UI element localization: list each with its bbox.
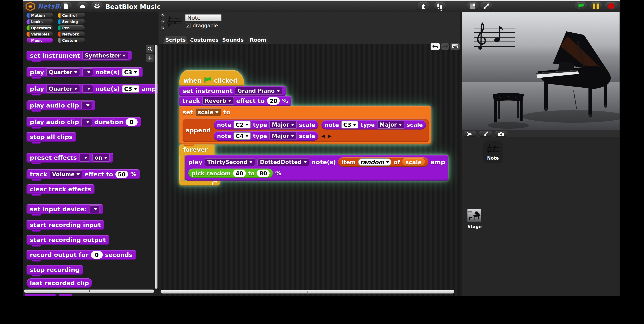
- note-sprite-on-stage[interactable]: [474, 20, 515, 56]
- script-stack[interactable]: when clicked set instrument Grand Piano …: [179, 70, 448, 186]
- duration-dropdown[interactable]: ThirtySecond: [205, 158, 255, 166]
- block-pick-random[interactable]: pick random 40 to 80: [188, 169, 273, 178]
- tab-costumes[interactable]: Costumes: [189, 36, 219, 44]
- effect-dropdown[interactable]: [79, 154, 90, 162]
- rotate-style-flip-button[interactable]: ↔: [160, 19, 165, 24]
- settings-menu-button[interactable]: [91, 2, 103, 10]
- category-network[interactable]: Network: [58, 32, 85, 37]
- pause-button[interactable]: [590, 2, 602, 10]
- palette-vertical-scrollbar[interactable]: [155, 45, 158, 289]
- modifier-dropdown[interactable]: DottedDotted: [257, 158, 309, 166]
- block-last-recorded-clip[interactable]: last recorded clip: [26, 278, 92, 288]
- clip-dropdown[interactable]: [81, 118, 92, 126]
- cloud-menu-button[interactable]: [77, 2, 88, 10]
- type-dropdown[interactable]: Major: [269, 132, 297, 140]
- on-off-dropdown[interactable]: on: [92, 154, 110, 162]
- percent-input[interactable]: 50: [116, 171, 128, 178]
- rotate-style-none-button[interactable]: →: [160, 26, 165, 31]
- min-input[interactable]: 40: [233, 170, 246, 177]
- note-dropdown[interactable]: C3: [122, 69, 139, 76]
- block-track-effect-script[interactable]: track Reverb effect to 20 %: [179, 96, 291, 106]
- category-motion[interactable]: Motion: [26, 13, 53, 18]
- sprite-card-note[interactable]: Note: [484, 141, 502, 162]
- hat-when-flag-clicked[interactable]: when clicked: [179, 70, 244, 86]
- instrument-dropdown[interactable]: Synthesizer: [82, 52, 128, 60]
- block-stop-recording[interactable]: stop recording: [26, 265, 83, 275]
- variable-scale[interactable]: scale: [402, 158, 425, 166]
- stage-layout-button[interactable]: [467, 2, 478, 10]
- percent-input[interactable]: 20: [267, 97, 280, 105]
- sprite-name-input[interactable]: Note: [185, 14, 222, 21]
- stage-thumbnail[interactable]: [468, 209, 481, 222]
- green-flag-button[interactable]: [574, 2, 587, 10]
- type-dropdown[interactable]: Major: [377, 121, 404, 129]
- type-dropdown[interactable]: Major: [269, 121, 297, 129]
- block-forever[interactable]: forever play ThirtySecond DottedDotted n…: [179, 144, 448, 186]
- note-dropdown[interactable]: C3: [341, 121, 358, 128]
- effect-type-dropdown[interactable]: Volume: [50, 171, 82, 178]
- duration-dropdown[interactable]: Quarter: [46, 85, 80, 93]
- category-custom[interactable]: Custom: [58, 38, 85, 43]
- block-note-c2[interactable]: note C2 type Major scale: [214, 120, 318, 129]
- block-set-instrument[interactable]: set instrument Synthesizer: [26, 51, 132, 61]
- duration-input[interactable]: 0: [126, 118, 138, 126]
- variadic-arrows[interactable]: ◀ ▶: [322, 133, 332, 139]
- block-track-effect[interactable]: track Volume effect to 50 %: [26, 169, 140, 179]
- max-input[interactable]: 80: [257, 170, 270, 177]
- palette-search-button[interactable]: [146, 45, 154, 53]
- block-set-instrument-script[interactable]: set instrument Grand Piano: [179, 86, 286, 96]
- block-note-c3[interactable]: note C3 type Major scale: [322, 120, 426, 129]
- category-looks[interactable]: Looks: [26, 19, 53, 24]
- camera-sprite-button[interactable]: [495, 131, 508, 137]
- block-append[interactable]: append note C2 type Major scale: [182, 118, 429, 142]
- draggable-checkbox[interactable]: [186, 23, 191, 28]
- clip-dropdown[interactable]: [81, 101, 92, 109]
- netsblox-logo-icon[interactable]: [25, 2, 36, 11]
- category-sensing[interactable]: Sensing: [58, 19, 85, 24]
- new-turtle-sprite-button[interactable]: [463, 131, 476, 137]
- index-dropdown[interactable]: random: [358, 158, 392, 166]
- block-start-recording-output[interactable]: start recording output: [26, 235, 109, 245]
- block-preset-effects[interactable]: preset effects on: [26, 153, 113, 163]
- unified-palette-button[interactable]: [418, 2, 430, 10]
- block-note-c4[interactable]: note C4 type Major scale: [214, 131, 318, 141]
- duration-dropdown[interactable]: Quarter: [46, 68, 80, 76]
- seconds-input[interactable]: 0: [91, 251, 103, 259]
- rotate-style-free-button[interactable]: ↻: [160, 13, 165, 18]
- block-play-note[interactable]: play Quarter note(s) C3: [26, 67, 142, 77]
- modifier-dropdown[interactable]: [82, 68, 93, 76]
- block-clear-track-effects[interactable]: clear track effects: [26, 184, 94, 194]
- tab-room[interactable]: Room: [246, 36, 269, 44]
- block-play-note-amp[interactable]: play Quarter note(s) C3 amp: [26, 84, 158, 94]
- note-dropdown[interactable]: C3: [122, 85, 139, 93]
- effect-type-dropdown[interactable]: Reverb: [202, 97, 234, 105]
- keyboard-entry-button[interactable]: [450, 43, 460, 50]
- category-music[interactable]: Music: [26, 38, 53, 43]
- tab-sounds[interactable]: Sounds: [220, 36, 245, 44]
- block-stop-all-clips[interactable]: stop all clips: [26, 132, 76, 142]
- palette-horizontal-scrollbar[interactable]: [24, 289, 154, 293]
- block-set-variable[interactable]: set scale to append note C2 type: [179, 106, 431, 144]
- alerts-button[interactable]: [434, 2, 446, 10]
- block-start-recording-input[interactable]: start recording input: [26, 220, 104, 230]
- block-play-audio-clip[interactable]: play audio clip: [26, 100, 95, 110]
- category-variables[interactable]: Variables: [26, 32, 53, 37]
- tab-scripts[interactable]: Scripts: [163, 36, 188, 44]
- script-canvas[interactable]: when clicked set instrument Grand Piano …: [158, 44, 460, 296]
- device-dropdown[interactable]: [89, 205, 100, 213]
- category-operators[interactable]: Operators: [26, 25, 53, 31]
- block-record-output-for[interactable]: record output for 0 seconds: [26, 250, 136, 260]
- block-set-input-device[interactable]: set input device:: [26, 204, 103, 214]
- expand-stage-button[interactable]: [480, 2, 492, 10]
- modifier-dropdown[interactable]: [82, 85, 93, 93]
- stage[interactable]: [462, 12, 620, 130]
- stop-button[interactable]: [605, 2, 618, 10]
- block-play-notes[interactable]: play ThirtySecond DottedDotted note(s) i…: [185, 155, 448, 181]
- paint-new-sprite-button[interactable]: [479, 131, 492, 137]
- instrument-dropdown[interactable]: Grand Piano: [235, 87, 282, 95]
- redo-button[interactable]: [441, 43, 449, 50]
- block-item-of[interactable]: item random of scale: [338, 157, 428, 167]
- variable-dropdown[interactable]: scale: [196, 108, 221, 116]
- block-play-audio-clip-duration[interactable]: play audio clip duration 0: [26, 117, 141, 127]
- scripts-horizontal-scrollbar[interactable]: [160, 290, 454, 293]
